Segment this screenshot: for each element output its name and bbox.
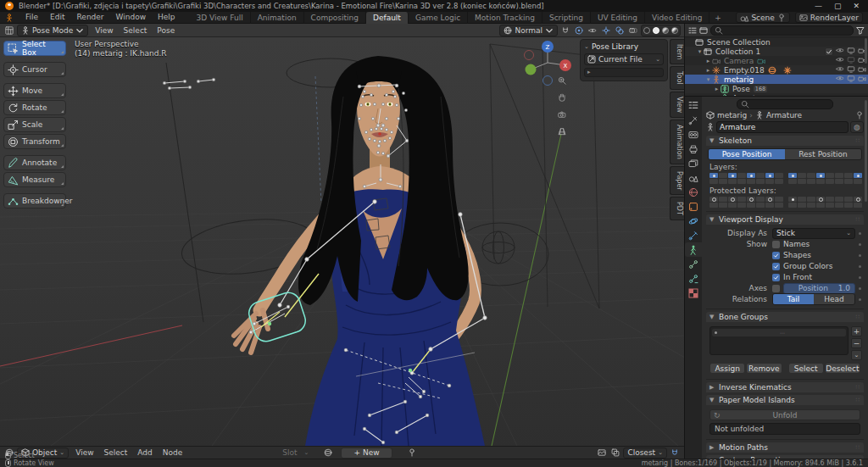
orientation-dropdown[interactable]: Normal xyxy=(499,25,558,36)
material-slot-dropdown[interactable]: Slot ⌄ xyxy=(282,448,309,457)
pan-hand-icon[interactable] xyxy=(558,93,569,104)
checkbox-names[interactable] xyxy=(772,241,780,248)
camera-r-icon[interactable] xyxy=(858,75,866,83)
layer-toggle[interactable] xyxy=(826,197,834,202)
checkbox-shapes[interactable] xyxy=(772,252,780,259)
workspace-tab-game-logic[interactable]: Game Logic xyxy=(409,12,468,24)
workspace-tab-motion-tracking[interactable]: Motion Tracking xyxy=(468,12,542,24)
layer-toggle[interactable] xyxy=(737,179,746,184)
datablock-name-field[interactable]: Armature xyxy=(716,121,849,133)
properties-tab-tool[interactable] xyxy=(685,113,702,127)
pin-icon[interactable] xyxy=(777,14,786,22)
eye-icon[interactable] xyxy=(836,75,844,83)
layer-toggle[interactable] xyxy=(816,179,825,184)
snapping-magnet-icon[interactable] xyxy=(559,25,571,36)
layer-toggle[interactable] xyxy=(756,173,765,178)
gizmos-toggle-icon[interactable] xyxy=(600,25,612,36)
properties-tab-world[interactable] xyxy=(685,185,702,199)
expand-toggle[interactable]: ▾ xyxy=(696,48,704,55)
layer-toggle[interactable] xyxy=(798,173,806,178)
layer-toggle[interactable] xyxy=(854,173,862,178)
shading-rendered-button[interactable] xyxy=(671,27,678,34)
layer-toggle[interactable] xyxy=(737,203,746,208)
monitor-icon[interactable] xyxy=(847,75,855,83)
workspace-tab-compositing[interactable]: Compositing xyxy=(304,12,366,24)
workspace-tab-uv-editing[interactable]: UV Editing xyxy=(591,12,645,24)
sidebar-tab-paper[interactable]: Paper xyxy=(670,166,684,196)
monitor-icon[interactable] xyxy=(847,66,855,74)
deselect-button[interactable]: Deselect xyxy=(825,363,860,374)
layer-toggle[interactable] xyxy=(728,197,737,202)
layer-toggle[interactable] xyxy=(798,203,806,208)
checkbox-group-colors[interactable] xyxy=(772,263,780,270)
menu-file[interactable]: File xyxy=(19,13,44,21)
head-button[interactable]: Head xyxy=(814,294,854,304)
mode-dropdown[interactable]: Pose Mode xyxy=(17,25,88,36)
viewport-3d[interactable]: Z X User Perspective (14) metarig : IK.h… xyxy=(0,37,684,446)
section-bone-groups[interactable]: ▼Bone Groups∷ xyxy=(706,312,864,322)
layer-toggle[interactable] xyxy=(709,173,718,178)
pose-library-panel[interactable]: ⌄ Pose Library Current File ⌄ ▸ xyxy=(580,39,668,81)
shading-wireframe-button[interactable] xyxy=(643,27,650,34)
tool-rotate-button[interactable]: Rotate xyxy=(3,100,66,115)
section-motion-paths[interactable]: ▶Motion Paths∷ xyxy=(706,442,864,453)
properties-search-input[interactable] xyxy=(737,99,833,109)
layer-toggle[interactable] xyxy=(816,173,825,178)
display-as-dropdown[interactable]: Stick ⌄ xyxy=(772,228,855,239)
properties-tab-bone-constraints[interactable] xyxy=(685,271,702,286)
layer-toggle[interactable] xyxy=(775,173,783,178)
fake-user-icon[interactable]: ◍ xyxy=(850,121,864,133)
outliner-row-metarig[interactable]: ▾metarig xyxy=(685,75,868,84)
new-material-button[interactable]: + New xyxy=(341,448,392,459)
panel-collapse-icon[interactable]: ⌄ xyxy=(584,43,589,50)
section-skeleton[interactable]: ▼Skeleton∷ xyxy=(706,136,864,146)
properties-tab-view-layer[interactable] xyxy=(685,156,702,170)
outliner-row-camera[interactable]: ▸Camera xyxy=(685,56,868,65)
layer-toggle[interactable] xyxy=(775,197,783,202)
mouth-red-bone-dot[interactable] xyxy=(378,132,381,136)
section-paper-model-islands[interactable]: ▼Paper Model Islands∷ xyxy=(706,395,864,405)
monitor-icon[interactable] xyxy=(847,57,855,64)
tool-annotate-button[interactable]: Annotate xyxy=(3,155,66,170)
expand-toggle[interactable]: ▸ xyxy=(704,67,712,74)
layer-toggle[interactable] xyxy=(788,197,797,202)
layer-toggle[interactable] xyxy=(807,179,815,184)
workspace-tab-animation[interactable]: Animation xyxy=(251,12,304,24)
layer-toggle[interactable] xyxy=(709,203,718,208)
axes-position-slider[interactable]: Position 1.0 xyxy=(783,283,855,294)
gizmo-axis-y[interactable] xyxy=(526,64,537,75)
layer-toggle[interactable] xyxy=(737,173,746,178)
minimize-button[interactable]: — xyxy=(815,2,822,10)
properties-tab-render[interactable] xyxy=(685,127,702,142)
workspace-tab-default[interactable]: Default xyxy=(366,12,409,24)
layer-toggle[interactable] xyxy=(709,179,718,184)
layer-toggle[interactable] xyxy=(775,179,783,184)
expand-toggle[interactable]: ▸ xyxy=(713,86,721,92)
layer-toggle[interactable] xyxy=(798,179,806,184)
overlay-icon[interactable] xyxy=(609,448,621,458)
unfold-button[interactable]: ↻ Unfold xyxy=(709,409,860,420)
image-icon[interactable] xyxy=(596,448,608,458)
layer-toggle[interactable] xyxy=(719,203,727,208)
monitor-icon[interactable] xyxy=(847,47,855,55)
layer-toggle[interactable] xyxy=(816,203,825,208)
assign-button[interactable]: Assign xyxy=(709,363,745,374)
layer-toggle[interactable] xyxy=(737,197,746,202)
zoom-icon[interactable] xyxy=(558,76,569,87)
axes-checkbox[interactable] xyxy=(772,285,780,292)
expand-toggle[interactable]: ▸ xyxy=(704,58,712,64)
snap-target-dropdown[interactable]: Closest ⌄ xyxy=(623,448,667,459)
close-button[interactable]: ✕ xyxy=(853,2,860,10)
menu-window[interactable]: Window xyxy=(110,13,153,21)
view-layer-selector[interactable]: RenderLayer xyxy=(795,12,863,23)
bone-groups-list[interactable]: ⋯ xyxy=(709,326,849,355)
layer-toggle[interactable] xyxy=(756,203,765,208)
layer-toggle[interactable] xyxy=(854,203,862,208)
pin-icon[interactable] xyxy=(406,448,418,458)
green-bone-dot[interactable] xyxy=(268,322,271,325)
layer-toggle[interactable] xyxy=(728,179,737,184)
sidebar-tab-animation[interactable]: Animation xyxy=(670,120,684,164)
layer-toggle[interactable] xyxy=(835,173,843,178)
scene-selector[interactable]: Scene xyxy=(736,12,789,23)
layer-toggle[interactable] xyxy=(788,203,797,208)
